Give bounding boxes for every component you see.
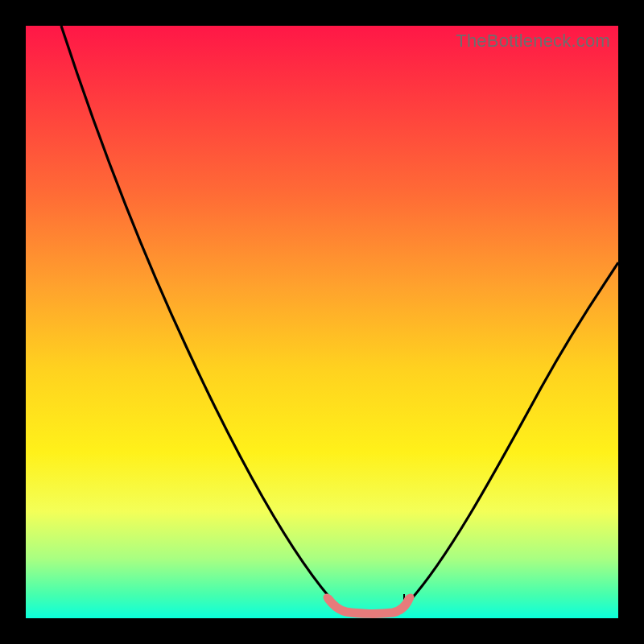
bottleneck-curve: [26, 26, 618, 618]
chart-plot-area: TheBottleneck.com: [26, 26, 618, 618]
curve-left-branch: [61, 26, 338, 607]
chart-frame: TheBottleneck.com: [0, 0, 644, 644]
valley-highlight: [328, 599, 409, 613]
valley-dot-left: [324, 594, 331, 601]
curve-right-branch: [404, 262, 618, 607]
valley-dot-right: [407, 594, 415, 601]
